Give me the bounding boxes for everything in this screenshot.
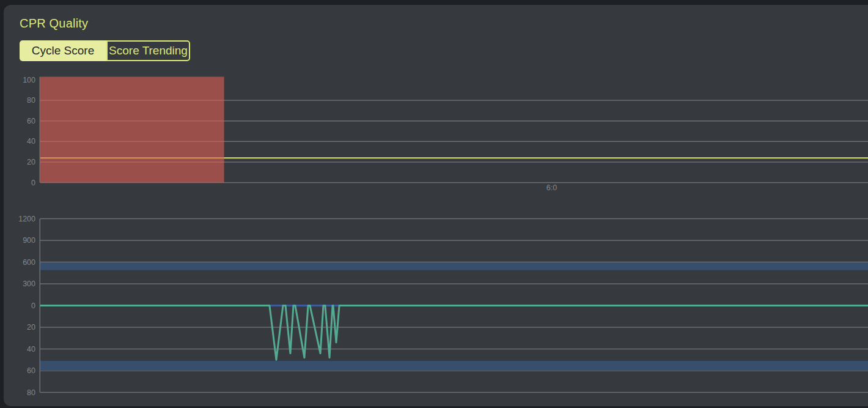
y-axis-tick-label: 80 [27, 96, 35, 105]
y-axis-tick-label: 60 [27, 366, 35, 375]
page-title: CPR Quality [20, 17, 88, 31]
y-axis-tick-label: 0 [31, 302, 35, 310]
view-toggle: Cycle Score Score Trending [20, 40, 190, 61]
y-axis-tick-label: 0 [31, 179, 35, 187]
y-axis-tick-label: 40 [27, 345, 35, 354]
cycle-score-chart: 0204060801006:0 [4, 72, 868, 195]
x-axis-tick-label: 6:0 [546, 184, 557, 192]
y-axis-tick-label: 40 [27, 137, 35, 146]
target-band [40, 361, 868, 371]
y-axis-tick-label: 600 [23, 258, 35, 267]
alarm-region [40, 76, 224, 182]
compression-waveform [40, 306, 868, 360]
y-axis-tick-label: 60 [27, 117, 35, 125]
cpr-quality-card: CPR Quality Cycle Score Score Trending 0… [4, 5, 868, 406]
tab-cycle-score[interactable]: Cycle Score [20, 40, 106, 61]
y-axis-tick-label: 1200 [18, 215, 35, 223]
y-axis-tick-label: 100 [23, 76, 35, 84]
y-axis-tick-label: 80 [27, 388, 35, 397]
tab-score-trending[interactable]: Score Trending [106, 40, 190, 61]
y-axis-tick-label: 20 [27, 158, 35, 166]
compression-waveform-chart: 0300600900120020406080 [4, 213, 868, 402]
y-axis-tick-label: 20 [27, 323, 35, 332]
page: CPR Quality Cycle Score Score Trending 0… [0, 0, 868, 408]
y-axis-tick-label: 900 [23, 236, 35, 245]
y-axis-tick-label: 300 [23, 280, 35, 288]
target-band [40, 262, 868, 270]
